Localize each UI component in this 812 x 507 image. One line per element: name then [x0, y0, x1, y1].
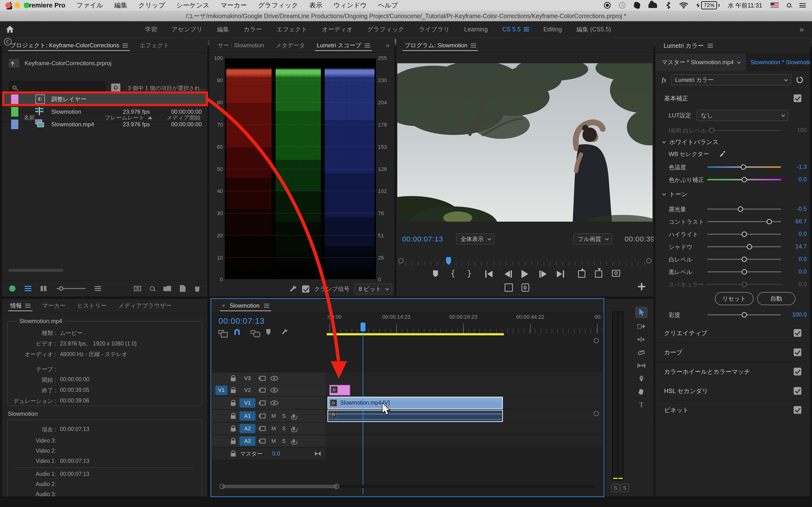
track-a2-lane[interactable] [325, 423, 602, 434]
close-window-button[interactable] [5, 2, 11, 8]
tab-info[interactable]: 情報 [4, 299, 36, 313]
audio-clip-slowmotion[interactable]: fx [327, 410, 503, 422]
voiceover-mic-icon[interactable] [292, 427, 295, 431]
go-to-out-button[interactable] [557, 270, 564, 278]
track-v1-lane[interactable]: fx Slowmotion.mp4 [V] [325, 397, 602, 409]
tab-history[interactable]: ヒストリー [71, 299, 112, 313]
go-to-in-button[interactable] [485, 270, 493, 278]
step-forward-button[interactable] [540, 270, 547, 278]
selection-tool-button[interactable] [635, 306, 648, 318]
solo-button[interactable]: S [282, 438, 286, 444]
lock-icon[interactable] [231, 389, 236, 393]
blacks-slider[interactable] [707, 271, 781, 272]
label-color-chip[interactable] [11, 95, 18, 104]
source-patch-v1[interactable]: V1 [215, 386, 227, 395]
timeline-settings-wrench-icon[interactable] [281, 328, 288, 336]
adjustment-layer-clip[interactable]: fx [329, 385, 350, 395]
zoom-level-dropdown[interactable]: 全体表示 [456, 233, 495, 244]
solo-button[interactable]: S [282, 413, 286, 419]
lock-icon[interactable] [231, 402, 236, 406]
menu-window[interactable]: ウィンドウ [334, 1, 367, 10]
menu-help[interactable]: ヘルプ [378, 1, 398, 10]
dropbox-icon[interactable]: d [619, 2, 626, 9]
wb-eyedropper-icon[interactable] [719, 151, 726, 158]
label-color-chip[interactable] [11, 107, 18, 117]
tab-project[interactable]: プロジェクト: Keyframe-ColorCorrections [4, 39, 134, 52]
workspace-tab-color[interactable]: カラー [244, 25, 262, 33]
workspace-tab-graphics[interactable]: グラフィック [367, 25, 404, 33]
lock-icon[interactable] [231, 428, 236, 432]
sync-cloud-icon[interactable] [648, 3, 657, 8]
tab-effects[interactable]: エフェクト [134, 39, 175, 52]
record-status-icon[interactable] [604, 2, 611, 9]
curves-section[interactable]: カーブ [655, 342, 810, 362]
project-item-sequence[interactable]: Slowmotion 23.976 fps 00:00:00:00 [2, 106, 207, 118]
slip-tool-button[interactable] [635, 360, 648, 371]
camera-snapshot-button[interactable] [521, 283, 529, 292]
project-search-input[interactable] [9, 81, 105, 94]
play-button[interactable] [521, 270, 528, 278]
safe-margins-button[interactable] [505, 283, 513, 292]
rgb-parade-scope[interactable] [225, 58, 376, 280]
track-target-v1[interactable]: V1 [240, 398, 255, 407]
home-icon[interactable] [5, 25, 14, 34]
mark-out-button[interactable]: } [467, 269, 472, 278]
project-horizontal-scrollbar[interactable] [8, 269, 63, 272]
reset-button[interactable]: リセット [715, 292, 754, 305]
pin-app-icon[interactable] [633, 1, 641, 9]
extract-button[interactable] [595, 270, 602, 278]
auto-button[interactable]: 自動 [757, 292, 795, 305]
folder-up-icon[interactable] [9, 59, 19, 68]
creative-checkbox[interactable] [794, 329, 801, 337]
menu-file[interactable]: ファイル [77, 1, 103, 10]
tab-lumetri-scopes[interactable]: Lumetri スコープ [311, 39, 376, 52]
timeline-playhead-timecode[interactable]: 00:00:07:13 [218, 316, 265, 326]
list-view-button[interactable] [24, 286, 32, 291]
new-item-button[interactable] [180, 285, 186, 292]
lift-button[interactable] [578, 270, 585, 278]
menubar-list-icon[interactable] [800, 3, 806, 7]
add-marker-button[interactable] [433, 270, 438, 277]
bluetooth-icon[interactable] [665, 2, 671, 9]
icon-view-button[interactable] [41, 286, 47, 291]
basic-correction-section-label[interactable]: 基本補正 [664, 95, 688, 102]
vertical-scroll-handle-top[interactable] [594, 338, 599, 343]
specular-slider[interactable] [707, 284, 781, 285]
type-tool-button[interactable]: T [635, 399, 648, 410]
hsl-secondary-section[interactable]: HSL セカンダリ [655, 381, 810, 400]
automate-to-sequence-button[interactable] [134, 286, 141, 291]
nest-toggle-icon[interactable] [218, 330, 224, 334]
basic-correction-checkbox[interactable] [794, 95, 801, 102]
input-language-flag[interactable] [770, 2, 779, 8]
project-item-movie[interactable]: Slowmotion.mp4 23.976 fps 00:00:00:00 [2, 118, 207, 130]
menu-edit[interactable]: 編集 [114, 1, 128, 10]
clear-trash-button[interactable] [194, 285, 200, 292]
linked-selection-icon[interactable] [250, 330, 256, 334]
track-name[interactable]: V3 [240, 374, 255, 383]
vertical-scroll-handle-bottom[interactable] [594, 411, 599, 416]
mute-button[interactable]: M [271, 413, 276, 419]
sync-lock-icon[interactable] [260, 388, 266, 393]
scrub-zoom-handle-left[interactable] [398, 258, 404, 264]
track-target-a2[interactable]: A2 [240, 424, 255, 433]
sequence-effects-tab[interactable]: Slowmotion * Slowmotion... [746, 54, 810, 71]
pen-tool-button[interactable] [635, 373, 648, 384]
spotlight-search-icon[interactable] [787, 3, 791, 7]
workspace-tab-effects[interactable]: エフェクト [276, 25, 307, 33]
mute-button[interactable]: M [271, 438, 276, 444]
workspace-tab-audio[interactable]: オーディオ [322, 25, 353, 33]
program-video-frame[interactable] [397, 63, 653, 222]
zoom-slider[interactable] [57, 288, 86, 289]
sync-lock-icon[interactable] [260, 413, 266, 418]
workspace-tab-learning[interactable]: Learning [464, 26, 488, 33]
track-output-eye-icon[interactable] [270, 376, 278, 381]
sync-lock-icon[interactable] [260, 400, 266, 405]
project-item-adjustment-layer[interactable]: 調整レイヤー [2, 93, 207, 105]
current-bin-name[interactable]: Keyframe-ColorCorrections.prproj [24, 60, 111, 67]
bit-depth-dropdown[interactable]: 8 ビット [354, 284, 392, 294]
export-frame-button[interactable] [612, 270, 620, 277]
timeline-ruler[interactable]: :00:00 00:00:14:23 00:00:29:23 00:00:44:… [326, 313, 602, 336]
new-bin-button[interactable] [163, 286, 171, 291]
search-in-bin-icon[interactable] [111, 83, 120, 92]
workspace-tab-edit-cs55[interactable]: 編集 (CS5.5) [576, 25, 611, 33]
